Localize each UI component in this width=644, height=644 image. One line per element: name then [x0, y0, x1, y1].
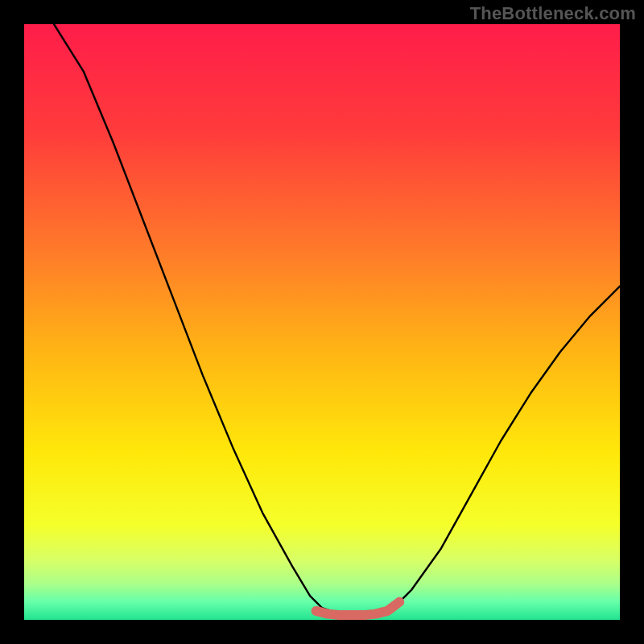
flat-bottom-highlight	[316, 602, 400, 615]
watermark-text: TheBottleneck.com	[470, 3, 636, 24]
plot-area	[24, 24, 620, 620]
curve-layer	[24, 24, 620, 620]
bottleneck-curve	[54, 24, 620, 614]
chart-frame: TheBottleneck.com	[0, 0, 644, 644]
